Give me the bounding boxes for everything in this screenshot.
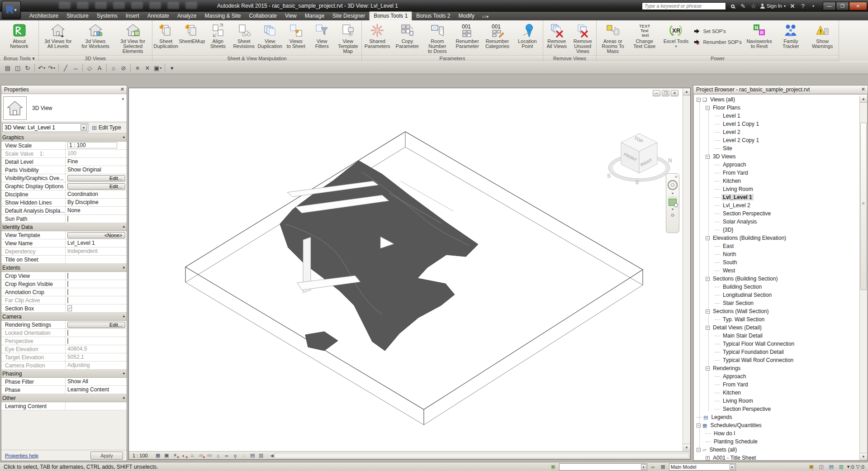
filter-count[interactable]: ▽:0 <box>856 464 864 470</box>
property-value[interactable] <box>65 329 127 337</box>
temporary-view-properties-icon[interactable]: ◌ <box>240 452 248 459</box>
collapse-section-icon[interactable]: ▴ <box>123 371 125 377</box>
tab-systems[interactable]: Systems <box>93 12 122 20</box>
help-menu-chevron-icon[interactable]: ▾ <box>810 4 817 8</box>
tree-item-sections-wall-section[interactable]: −Sections (Wall Section) <box>694 307 859 315</box>
analytical-model-icon[interactable]: ▤ <box>249 452 256 459</box>
tree-item-typical-wall-roof-connection[interactable]: Typical Wall Roof Connection <box>694 356 859 364</box>
shadows-off-icon[interactable]: ◐✕ <box>180 452 188 459</box>
3d-views-for-worksets-button[interactable]: 3d Views for Worksets <box>77 21 114 49</box>
renumber-sop-s-button[interactable]: RRenumber SOP's <box>693 38 741 46</box>
sheet-duplication-button[interactable]: Sheet Duplication <box>153 21 179 49</box>
tree-item-lvl-level-2[interactable]: Lvl_Level 2 <box>694 201 859 209</box>
undo-icon[interactable]: ↶▾ <box>37 63 47 73</box>
drawing-area[interactable]: S E N TOP FRONT RIGHT ─ ❒ ✕ ⊗ <box>128 88 691 460</box>
collapse-section-icon[interactable]: ▴ <box>123 134 125 141</box>
property-value[interactable]: Learning Content <box>65 386 127 394</box>
scroll-down-icon[interactable]: ▼ <box>860 453 867 460</box>
tree-item-approach[interactable]: Approach <box>694 372 859 381</box>
tag-icon[interactable]: ◇ <box>85 63 95 73</box>
tree-item-typical-floor-wall-connection[interactable]: Typical Floor Wall Connection <box>694 340 859 348</box>
3d-views-for-all-levels-button[interactable]: 13d Views for All Levels <box>39 21 77 49</box>
sync-icon[interactable]: ↻ <box>23 63 33 73</box>
save-icon[interactable]: ◫ <box>13 63 23 73</box>
tree-item-stair-section[interactable]: Stair Section <box>694 299 859 307</box>
areas-or-rooms-to-mass-button[interactable]: Areas or Rooms To Mass <box>597 21 629 54</box>
collapse-icon[interactable]: − <box>706 309 710 314</box>
chevron-down-icon[interactable]: ▾ <box>672 207 674 211</box>
view-restore-button[interactable]: ❒ <box>662 90 669 96</box>
panel-label-sheet-view-manipulation[interactable]: Sheet & View Manipulation <box>152 55 361 62</box>
tree-item-sheets-all[interactable]: −▱Sheets (all) <box>694 446 859 454</box>
collapse-icon[interactable]: − <box>706 236 710 240</box>
3d-view-for-selected-elements-button[interactable]: 3d View for Selected Elements <box>114 21 152 54</box>
property-value[interactable]: 5052.1 <box>65 353 127 361</box>
tree-item-3d-views[interactable]: −3D Views <box>694 152 859 161</box>
tree-item-east[interactable]: East <box>694 242 859 250</box>
collapse-section-icon[interactable]: ▴ <box>123 314 125 320</box>
tree-item-schedules-quantities[interactable]: −▦Schedules/Quantities <box>694 421 859 429</box>
edit-type-button[interactable]: ⊞ Edit Type <box>90 124 123 132</box>
exclude-options-icon[interactable]: ▣ <box>807 463 816 470</box>
tree-item-kitchen[interactable]: Kitchen <box>694 389 859 397</box>
tree-item-detail-views-detail[interactable]: −Detail Views (Detail) <box>694 324 859 332</box>
close-button[interactable]: ✕ <box>849 2 867 10</box>
terrain-mass[interactable] <box>280 161 478 351</box>
about-network-button[interactable]: About Network <box>0 21 38 49</box>
section-header-identity-data[interactable]: Identity Data▴ <box>1 223 127 231</box>
collapse-icon[interactable]: − <box>706 326 710 330</box>
collapse-icon[interactable]: − <box>697 423 701 428</box>
renumber-categories-button[interactable]: 001Renumber Categories <box>482 21 512 49</box>
press-drag-icon[interactable]: ◫ <box>817 463 825 470</box>
tree-item-renderings[interactable]: −Renderings <box>694 364 859 372</box>
show-crop-region-icon[interactable]: ▭ <box>206 452 213 459</box>
sun-path-checkbox[interactable] <box>67 216 68 222</box>
perspective-checkbox[interactable] <box>67 338 68 344</box>
remove-all-views-button[interactable]: Remove All Views <box>544 21 570 49</box>
navisworks-to-revit-button[interactable]: NRNavisworks to Revit <box>744 21 775 49</box>
collapse-section-icon[interactable]: ▴ <box>123 395 125 402</box>
horizontal-scrollbar-track[interactable] <box>275 453 689 458</box>
views-to-sheet-button[interactable]: Views to Sheet <box>283 21 309 49</box>
property-value[interactable]: 1 : 100 <box>65 142 127 149</box>
collapse-section-icon[interactable]: ▴ <box>123 265 125 271</box>
property-value[interactable]: <None> <box>65 231 127 239</box>
tree-item-views-all[interactable]: −❏Views (all) <box>694 95 859 104</box>
compass-east[interactable]: E <box>636 179 639 186</box>
property-value[interactable]: 100 <box>65 150 127 157</box>
shared-parameters-button[interactable]: Shared Parameters <box>362 21 392 49</box>
tree-item-section-perspective[interactable]: Section Perspective <box>694 209 859 218</box>
tab-collaborate[interactable]: Collaborate <box>245 12 281 20</box>
panel-label-bonus-tools[interactable]: Bonus Tools ▾ <box>0 55 38 62</box>
tree-item-north[interactable]: North <box>694 250 859 258</box>
design-options-icon[interactable]: ▦ <box>659 463 667 470</box>
section-header-graphics[interactable]: Graphics▴ <box>1 133 127 142</box>
worksets-icon[interactable]: ▣ <box>549 463 557 470</box>
compass-north[interactable]: N <box>668 157 672 164</box>
measure-icon[interactable]: ╱ <box>61 63 71 73</box>
crop-region-visible-checkbox[interactable] <box>67 281 68 287</box>
show-warnings-button[interactable]: !Show Warnings <box>806 21 838 49</box>
tree-item-typical-foundation-detail[interactable]: Typical Foundation Detail <box>694 348 859 356</box>
tree-item-site[interactable]: Site <box>694 144 859 152</box>
type-preview[interactable]: 3D View ▾ <box>1 94 127 122</box>
remove-unused-views-button[interactable]: Remove Unused Views <box>570 21 596 54</box>
view-minimize-button[interactable]: ─ <box>653 90 660 96</box>
tab-view[interactable]: View <box>281 12 301 20</box>
rendering-settings-value-button[interactable]: Edit... <box>67 322 125 328</box>
navbar-collapse-icon[interactable]: ⊖ <box>671 213 674 218</box>
tree-item-main-stair-detail[interactable]: Main Stair Detail <box>694 332 859 340</box>
scroll-up-icon[interactable]: ▲ <box>860 95 867 103</box>
tab-massing-site[interactable]: Massing & Site <box>201 12 245 20</box>
tree-item-solar-analysis[interactable]: Solar Analysis <box>694 218 859 226</box>
selection-toggle-count[interactable]: ▾:0 <box>847 464 854 470</box>
copy-parameter-button[interactable]: Copy Parameter <box>392 21 422 49</box>
property-value[interactable]: Fine <box>65 158 127 166</box>
editable-only-icon[interactable]: ▤ <box>827 463 835 470</box>
maximize-button[interactable]: ❒ <box>836 2 849 10</box>
panel-label-parameters[interactable]: Parameters <box>362 55 543 62</box>
property-value[interactable]: Edit... <box>65 321 127 328</box>
sheetemup-button[interactable]: SheetEMup <box>179 21 205 44</box>
temporary-hide-isolate-icon[interactable]: ∞ <box>223 452 231 459</box>
view-scale-value[interactable]: 1 : 100 <box>67 142 117 148</box>
